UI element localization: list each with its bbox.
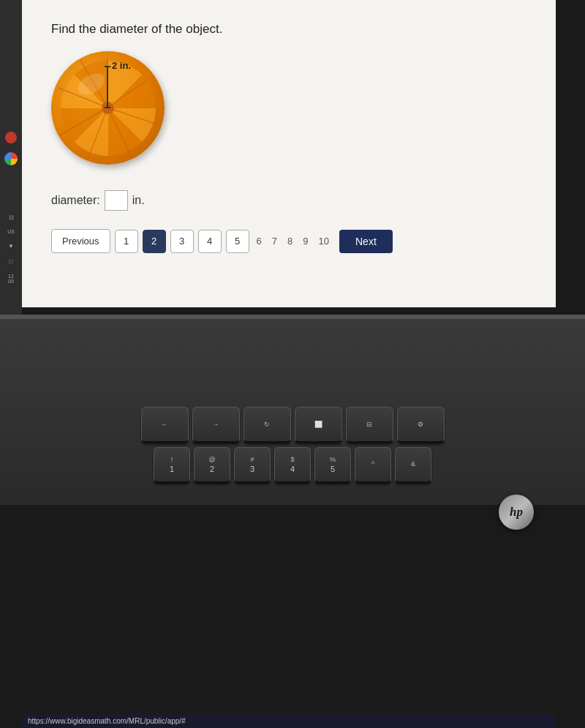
taskbar-item: ⊡ — [8, 215, 15, 220]
key-settings[interactable]: ⚙ — [397, 407, 445, 443]
diameter-unit: in. — [132, 194, 145, 207]
taskbar-us: US — [7, 229, 15, 234]
taskbar-battery: □ — [10, 258, 13, 265]
page-num-7[interactable]: 7 — [269, 236, 280, 247]
diameter-label: diameter: — [51, 194, 100, 207]
keyboard-row-1: ← → ↻ ⬜ ⊟ ⚙ — [15, 407, 570, 443]
page-button-3[interactable]: 3 — [170, 230, 194, 253]
diameter-row: diameter: in. — [51, 190, 526, 211]
taskbar-time: 1200 — [8, 274, 14, 284]
question-text: Find the diameter of the object. — [51, 22, 526, 37]
key-excl-1[interactable]: ! 1 — [154, 447, 190, 484]
diameter-input[interactable] — [105, 190, 128, 211]
key-fullscreen[interactable]: ⬜ — [295, 407, 342, 443]
radius-label: 2 in. — [112, 60, 131, 71]
page-button-1[interactable]: 1 — [115, 230, 138, 253]
svg-line-5 — [60, 108, 107, 135]
key-at-2[interactable]: @ 2 — [194, 447, 230, 484]
page-num-6[interactable]: 6 — [254, 236, 265, 247]
status-bar: https://www.bigideasmath.com/MRL/public/… — [22, 713, 556, 728]
page-num-10[interactable]: 10 — [316, 236, 332, 247]
key-forward[interactable]: → — [192, 407, 240, 443]
keyboard-row-2: ! 1 @ 2 # 3 $ 4 % 5 ^ — [15, 447, 570, 484]
key-refresh[interactable]: ↻ — [244, 407, 291, 443]
key-amp-7[interactable]: & — [395, 447, 431, 484]
page-button-2[interactable]: 2 — [143, 230, 166, 253]
page-num-8[interactable]: 8 — [284, 236, 295, 247]
key-dollar-4[interactable]: $ 4 — [274, 447, 311, 484]
svg-line-4 — [88, 108, 107, 160]
screen-content: Find the diameter of the object. — [22, 0, 556, 307]
system-taskbar: ⊡ US ▼ □ 1200 — [0, 0, 22, 315]
chrome-icon[interactable] — [4, 152, 18, 165]
pagination-row: Previous 1 2 3 4 5 6 7 8 9 10 Next — [51, 229, 526, 253]
key-percent-5[interactable]: % 5 — [314, 447, 351, 484]
key-hash-3[interactable]: # 3 — [234, 447, 271, 484]
orange-illustration: 2 in. — [51, 51, 176, 176]
key-back[interactable]: ← — [141, 407, 189, 443]
taskbar-wifi: ▼ — [8, 243, 14, 249]
key-caret-6[interactable]: ^ — [355, 447, 391, 484]
page-button-5[interactable]: 5 — [226, 230, 249, 253]
system-icon-1 — [5, 132, 17, 143]
svg-line-1 — [107, 80, 146, 108]
previous-button[interactable]: Previous — [51, 229, 110, 253]
svg-point-9 — [75, 70, 109, 100]
next-button[interactable]: Next — [339, 230, 393, 253]
laptop-body: hp ← → ↻ ⬜ ⊟ ⚙ ! — [0, 315, 585, 505]
url-text: https://www.bigideasmath.com/MRL/public/… — [28, 717, 186, 725]
key-window[interactable]: ⊟ — [346, 407, 393, 443]
page-num-9[interactable]: 9 — [300, 236, 311, 247]
keyboard: ← → ↻ ⬜ ⊟ ⚙ ! 1 @ — [15, 407, 570, 524]
radius-line — [107, 66, 108, 108]
page-button-4[interactable]: 4 — [198, 230, 222, 253]
